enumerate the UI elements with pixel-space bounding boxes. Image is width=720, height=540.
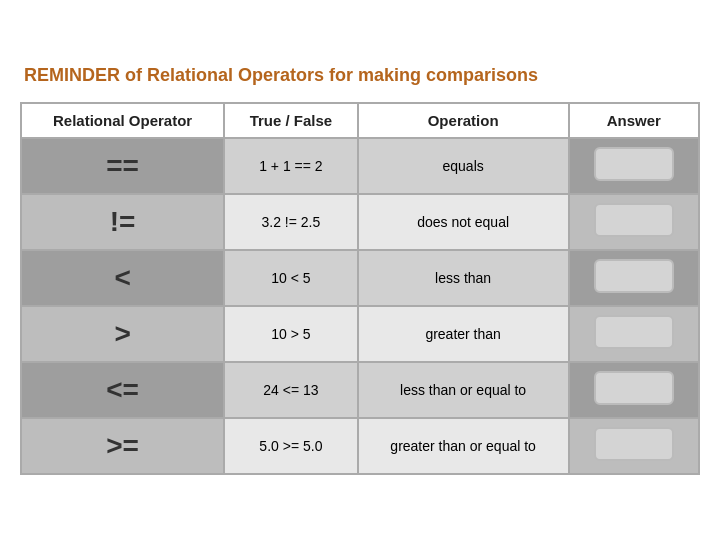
answer-cell: [569, 250, 699, 306]
operators-table: Relational Operator True / False Operati…: [20, 102, 700, 475]
true-false-cell: 5.0 >= 5.0: [224, 418, 357, 474]
answer-cell: [569, 138, 699, 194]
answer-box: [594, 371, 674, 405]
true-false-cell: 3.2 != 2.5: [224, 194, 357, 250]
operation-cell: greater than: [358, 306, 569, 362]
table-row: > 10 > 5 greater than: [21, 306, 699, 362]
header-true-false: True / False: [224, 103, 357, 138]
true-false-cell: 1 + 1 == 2: [224, 138, 357, 194]
answer-cell: [569, 306, 699, 362]
answer-box: [594, 259, 674, 293]
answer-box: [594, 427, 674, 461]
answer-cell: [569, 362, 699, 418]
operation-cell: equals: [358, 138, 569, 194]
operation-cell: less than: [358, 250, 569, 306]
operator-cell: >=: [21, 418, 224, 474]
true-false-cell: 24 <= 13: [224, 362, 357, 418]
table-row: <= 24 <= 13 less than or equal to: [21, 362, 699, 418]
operator-cell: <: [21, 250, 224, 306]
header-operation: Operation: [358, 103, 569, 138]
answer-box: [594, 203, 674, 237]
true-false-cell: 10 > 5: [224, 306, 357, 362]
table-row: != 3.2 != 2.5 does not equal: [21, 194, 699, 250]
operation-cell: does not equal: [358, 194, 569, 250]
answer-cell: [569, 194, 699, 250]
answer-box: [594, 147, 674, 181]
table-row: >= 5.0 >= 5.0 greater than or equal to: [21, 418, 699, 474]
main-container: REMINDER of Relational Operators for mak…: [20, 65, 700, 475]
answer-box: [594, 315, 674, 349]
operator-cell: >: [21, 306, 224, 362]
operator-cell: <=: [21, 362, 224, 418]
true-false-cell: 10 < 5: [224, 250, 357, 306]
table-row: == 1 + 1 == 2 equals: [21, 138, 699, 194]
operator-cell: ==: [21, 138, 224, 194]
header-operator: Relational Operator: [21, 103, 224, 138]
answer-cell: [569, 418, 699, 474]
table-header-row: Relational Operator True / False Operati…: [21, 103, 699, 138]
operator-cell: !=: [21, 194, 224, 250]
table-row: < 10 < 5 less than: [21, 250, 699, 306]
header-answer: Answer: [569, 103, 699, 138]
page-title: REMINDER of Relational Operators for mak…: [20, 65, 700, 86]
operation-cell: less than or equal to: [358, 362, 569, 418]
operation-cell: greater than or equal to: [358, 418, 569, 474]
